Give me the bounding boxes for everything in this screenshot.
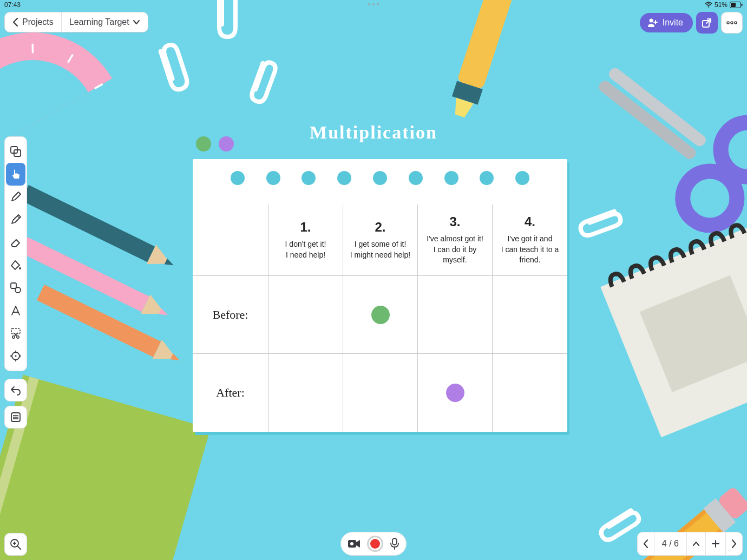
svg-rect-64 xyxy=(392,538,397,545)
duplicate-tool[interactable] xyxy=(6,140,25,163)
pencil-icon xyxy=(10,214,22,226)
fill-tool[interactable] xyxy=(6,254,25,276)
chevron-right-icon xyxy=(731,539,737,548)
multitask-grabber[interactable] xyxy=(368,3,379,5)
before-marker[interactable] xyxy=(371,306,390,324)
invite-button[interactable]: Invite xyxy=(640,13,693,32)
chevron-up-icon xyxy=(692,541,700,546)
svg-marker-26 xyxy=(165,259,175,268)
clip-decoration xyxy=(149,35,194,100)
svg-marker-25 xyxy=(147,245,175,273)
collapse-button[interactable] xyxy=(686,532,705,555)
svg-rect-20 xyxy=(597,78,698,161)
page-indicator[interactable]: 4 / 6 xyxy=(654,532,686,555)
shapes-tool[interactable] xyxy=(6,276,25,299)
more-button[interactable] xyxy=(721,12,743,34)
text-tool[interactable] xyxy=(6,299,25,322)
cut-tool[interactable] xyxy=(6,322,25,345)
mic-icon[interactable] xyxy=(390,538,399,550)
before-2[interactable] xyxy=(343,276,418,354)
record-button[interactable] xyxy=(367,536,383,552)
svg-rect-35 xyxy=(600,222,747,437)
status-time: 07:43 xyxy=(4,1,21,9)
prev-page-button[interactable] xyxy=(638,532,654,555)
pages-button[interactable] xyxy=(4,406,27,429)
col-1-header: 1. I don't get it!I need help! xyxy=(268,205,343,276)
after-1[interactable] xyxy=(268,354,343,432)
svg-point-8 xyxy=(735,22,737,24)
notepad-decoration xyxy=(582,198,747,452)
add-user-icon xyxy=(647,18,658,28)
svg-rect-17 xyxy=(452,81,483,105)
svg-rect-43 xyxy=(717,486,747,521)
svg-rect-36 xyxy=(640,275,747,392)
zoom-in-icon xyxy=(10,538,22,550)
svg-line-11 xyxy=(29,44,37,54)
pencil-decoration xyxy=(19,181,181,278)
pencil-decoration xyxy=(9,228,176,327)
svg-point-23 xyxy=(672,160,747,233)
pen-tool[interactable] xyxy=(6,186,25,208)
back-button[interactable]: Projects xyxy=(5,12,61,32)
record-icon xyxy=(370,539,380,549)
status-right: 51% xyxy=(705,1,743,9)
left-toolbar xyxy=(4,136,27,371)
before-1[interactable] xyxy=(268,276,343,354)
laser-tool[interactable] xyxy=(6,345,25,367)
legend-dot-green[interactable] xyxy=(196,136,211,151)
add-page-button[interactable] xyxy=(705,532,725,555)
clip-decoration xyxy=(570,201,630,242)
zoom-button[interactable] xyxy=(4,533,27,556)
pencil-decoration xyxy=(35,281,187,373)
svg-rect-3 xyxy=(742,4,743,6)
svg-line-15 xyxy=(95,84,103,89)
scissors-select-icon xyxy=(10,327,22,339)
after-3[interactable] xyxy=(418,354,493,432)
after-2[interactable] xyxy=(343,354,418,432)
svg-point-48 xyxy=(15,287,21,293)
clip-decoration xyxy=(240,51,282,111)
text-icon xyxy=(10,305,22,317)
video-icon[interactable] xyxy=(348,539,361,549)
legend-dots xyxy=(196,136,234,151)
svg-rect-30 xyxy=(37,285,161,357)
header-blank xyxy=(193,205,268,276)
select-tool[interactable] xyxy=(6,163,25,186)
before-3[interactable] xyxy=(418,276,493,354)
svg-marker-28 xyxy=(141,294,169,323)
legend-dot-purple[interactable] xyxy=(219,136,234,151)
svg-point-21 xyxy=(697,147,706,156)
chevron-left-icon xyxy=(643,539,648,548)
after-4[interactable] xyxy=(493,354,567,432)
svg-point-53 xyxy=(15,355,17,357)
dropdown-label: Learning Target xyxy=(69,17,129,27)
eraser-tool[interactable] xyxy=(6,231,25,254)
page-nav: 4 / 6 xyxy=(637,532,743,556)
plus-icon xyxy=(711,539,720,548)
next-page-button[interactable] xyxy=(725,532,742,555)
svg-point-4 xyxy=(649,19,653,23)
hand-pointer-icon xyxy=(10,168,22,180)
undo-button[interactable] xyxy=(4,379,27,401)
shapes-icon xyxy=(10,282,22,294)
scissors-decoration xyxy=(574,38,747,233)
after-marker[interactable] xyxy=(446,384,464,402)
duplicate-icon xyxy=(10,146,22,157)
before-4[interactable] xyxy=(493,276,567,354)
learning-target-card[interactable]: 1. I don't get it!I need help! 2. I get … xyxy=(193,159,567,432)
page-title: Multiplication xyxy=(310,122,437,143)
undo-icon xyxy=(10,384,22,396)
invite-label: Invite xyxy=(663,18,683,28)
svg-line-13 xyxy=(65,55,75,63)
svg-point-7 xyxy=(731,22,733,24)
battery-percent: 51% xyxy=(715,1,728,9)
share-button[interactable] xyxy=(696,12,718,34)
rubric-grid: 1. I don't get it!I need help! 2. I get … xyxy=(193,205,567,432)
svg-point-6 xyxy=(727,22,729,24)
back-label: Projects xyxy=(22,17,54,27)
svg-point-51 xyxy=(17,336,19,338)
svg-rect-2 xyxy=(731,3,736,7)
pencil-tool[interactable] xyxy=(6,208,25,231)
project-dropdown[interactable]: Learning Target xyxy=(62,12,148,32)
status-bar: 07:43 51% xyxy=(0,0,747,10)
